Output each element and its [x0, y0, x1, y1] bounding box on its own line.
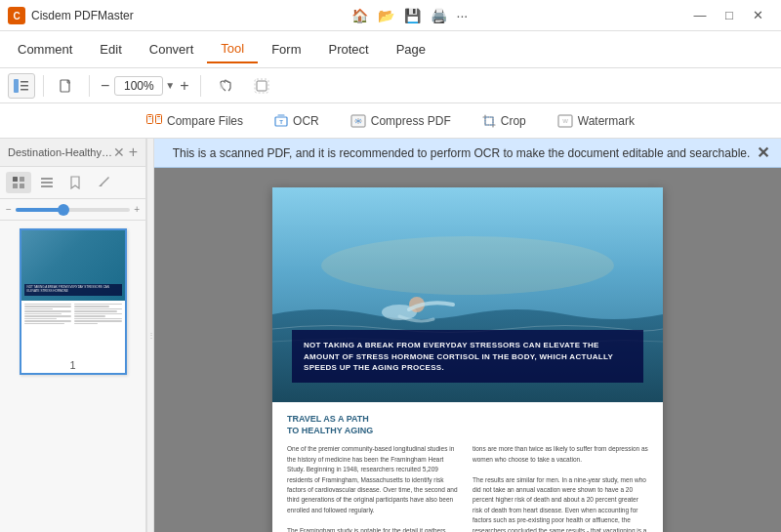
secondary-toolbar: Compare Files T OCR Compress PDF Crop W [0, 103, 781, 139]
zoom-slider[interactable]: − + [0, 199, 145, 221]
sidebar-resize-handle[interactable]: ⋮ [146, 139, 154, 532]
bookmark-view-button[interactable] [62, 172, 88, 193]
pdf-columns: One of the premier community-based longi… [287, 444, 648, 532]
svg-rect-29 [41, 178, 53, 180]
thumb-col-1 [24, 304, 72, 355]
svg-rect-30 [41, 182, 53, 184]
thumb-line [74, 323, 98, 325]
more-icon[interactable]: ··· [457, 8, 469, 23]
thumb-col-2 [74, 304, 122, 355]
hand-tool-button[interactable] [209, 73, 242, 99]
zoom-slider-max: + [134, 204, 140, 215]
minimize-button[interactable]: — [685, 0, 715, 31]
maximize-button[interactable]: □ [715, 0, 744, 31]
svg-rect-25 [13, 177, 18, 182]
sidebar-close-button[interactable]: ✕ [113, 144, 125, 160]
thumb-line [24, 318, 58, 320]
compare-files-icon [146, 114, 162, 128]
page-thumbnail[interactable]: NOT TAKING A BREAK FROM EVERYDAY STRESSO… [20, 228, 127, 375]
thumb-line [24, 310, 72, 312]
thumbnail-view-button[interactable] [6, 172, 31, 193]
watermark-label: Watermark [578, 114, 635, 128]
zoom-slider-min: − [6, 204, 12, 215]
crop-button[interactable]: Crop [473, 110, 536, 132]
pdf-section-title: TRAVEL AS A PATH TO HEALTHY AGING [287, 414, 648, 436]
home-icon[interactable]: 🏠 [351, 8, 368, 23]
ocr-banner: This is a scanned PDF, and it is recomme… [154, 139, 781, 168]
zoom-slider-fill [16, 208, 62, 212]
thumb-content: NOT TAKING A BREAK FROM EVERYDAY STRESSO… [21, 230, 125, 357]
sidebar-add-button[interactable]: + [129, 143, 138, 161]
pdf-col1-para2: The Framingham study is notable for the … [287, 526, 463, 533]
svg-rect-5 [21, 89, 28, 91]
thumb-line [74, 313, 122, 315]
pdf-body: TRAVEL AS A PATH TO HEALTHY AGING One of… [272, 402, 663, 532]
primary-toolbar: − 100% ▼ + [0, 68, 781, 103]
zoom-out-button[interactable]: − [98, 77, 112, 95]
pdf-hero-text: NOT TAKING A BREAK FROM EVERYDAY STRESSO… [304, 341, 613, 371]
svg-rect-2 [14, 79, 19, 93]
menu-form[interactable]: Form [258, 36, 314, 62]
zoom-slider-track[interactable] [16, 208, 130, 212]
thumb-line [24, 304, 72, 306]
menu-convert[interactable]: Convert [136, 36, 208, 62]
ocr-icon: T [274, 114, 288, 128]
print-icon[interactable]: 🖨️ [431, 8, 447, 23]
thumb-line [74, 308, 122, 310]
select-tool-button[interactable] [246, 74, 277, 98]
crop-icon [482, 114, 496, 128]
menu-tool[interactable]: Tool [207, 35, 258, 63]
svg-text:W: W [562, 118, 568, 124]
sidebar-view-buttons [0, 167, 145, 199]
zoom-in-button[interactable]: + [177, 77, 191, 95]
title-bar: C Cisdem PDFMaster 🏠 📂 💾 🖨️ ··· — □ ✕ [0, 0, 781, 31]
thumb-bottom-content [21, 301, 125, 358]
menu-edit[interactable]: Edit [86, 36, 135, 62]
svg-rect-31 [41, 185, 53, 187]
zoom-control: − 100% ▼ + [98, 76, 192, 96]
close-button[interactable]: ✕ [744, 0, 773, 31]
app-logo: C [8, 7, 25, 24]
menu-protect[interactable]: Protect [315, 36, 383, 62]
list-view-button[interactable] [34, 172, 60, 193]
menu-page[interactable]: Page [383, 36, 439, 62]
crop-label: Crop [501, 114, 526, 128]
save-icon[interactable]: 💾 [404, 8, 421, 23]
svg-rect-17 [157, 119, 160, 120]
pdf-col2-para2: The results are similar for men. In a ni… [473, 475, 648, 532]
thumb-line [74, 318, 122, 320]
thumb-line [24, 308, 53, 310]
compress-pdf-label: Compress PDF [371, 114, 451, 128]
drag-handle-dots: ⋮ [147, 331, 154, 340]
svg-point-33 [321, 236, 614, 295]
folder-icon[interactable]: 📂 [378, 8, 394, 23]
thumb-line [24, 313, 62, 315]
zoom-value-display[interactable]: 100% [114, 76, 163, 96]
thumb-line [24, 315, 72, 317]
menu-comment[interactable]: Comment [4, 36, 86, 62]
annotation-view-button[interactable] [91, 172, 116, 193]
ocr-button[interactable]: T OCR [265, 110, 329, 132]
compare-files-label: Compare Files [167, 114, 243, 128]
window-controls: — □ ✕ [685, 0, 773, 31]
pdf-viewer[interactable]: NOT TAKING A BREAK FROM EVERYDAY STRESSO… [154, 168, 781, 532]
compress-pdf-button[interactable]: Compress PDF [341, 110, 461, 132]
thumb-line [24, 306, 72, 307]
compare-files-button[interactable]: Compare Files [137, 110, 253, 132]
svg-text:T: T [279, 119, 283, 125]
ocr-banner-close-button[interactable]: ✕ [757, 143, 769, 162]
svg-text:C: C [13, 11, 20, 21]
zoom-slider-thumb[interactable] [58, 204, 69, 216]
sidebar-pages: NOT TAKING A BREAK FROM EVERYDAY STRESSO… [0, 221, 145, 532]
pdf-col-1: One of the premier community-based longi… [287, 444, 463, 532]
file-btn[interactable] [52, 75, 81, 97]
toolbar-sep-3 [200, 75, 201, 97]
pdf-col1-para1: One of the premier community-based longi… [287, 444, 463, 515]
watermark-button[interactable]: W Watermark [548, 110, 644, 132]
svg-rect-7 [220, 83, 224, 89]
pdf-col-2: tions are more than twice as likely to s… [473, 444, 648, 532]
sidebar-toggle-button[interactable] [8, 73, 35, 99]
svg-rect-10 [147, 114, 153, 123]
pdf-top-image: NOT TAKING A BREAK FROM EVERYDAY STRESSO… [272, 187, 663, 402]
zoom-dropdown-arrow[interactable]: ▼ [165, 80, 175, 91]
